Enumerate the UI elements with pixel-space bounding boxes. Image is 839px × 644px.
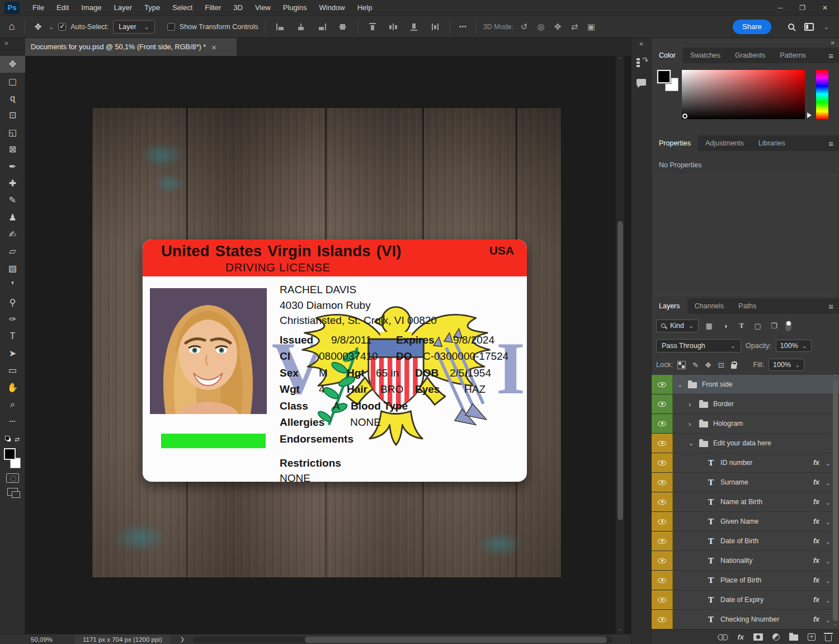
visibility-toggle[interactable] [652,414,673,433]
layer-name[interactable]: Given Name [720,518,758,525]
layer-row[interactable]: T Front side fx [652,375,839,394]
expand-caret[interactable] [677,381,683,388]
panel-tab[interactable]: Gradients [728,48,772,63]
3d-pan-icon[interactable] [552,21,564,33]
expand-caret[interactable] [689,420,694,428]
tab-close-icon[interactable] [211,43,216,52]
history-icon[interactable] [636,58,647,68]
lock-transparency-icon[interactable] [677,361,686,369]
panel-tab[interactable]: Layers [652,298,687,314]
hand-tool[interactable]: ✋ [0,379,25,396]
color-panel-swatches[interactable] [657,70,680,92]
layer-name[interactable]: Date of Birth [720,537,758,545]
document-tab[interactable]: Documents for you.psd @ 50,1% (Front sid… [25,38,237,56]
license-card[interactable]: V I [143,239,527,482]
menu-item[interactable]: 3D [227,0,249,16]
move-tool[interactable]: ✥ [0,56,25,73]
document-dimensions[interactable]: 1171 px x 704 px (1200 ppi) [75,634,170,644]
layer-mask-icon[interactable] [753,633,763,641]
panel-menu-icon[interactable] [828,302,833,311]
visibility-toggle[interactable] [652,375,673,394]
visibility-toggle[interactable] [652,434,673,453]
link-layers-icon[interactable] [718,634,728,640]
layer-name[interactable]: Name at Birth [720,498,762,506]
layer-fx[interactable]: fx [813,537,819,545]
layer-fx[interactable]: fx [813,459,819,467]
clone-stamp-tool[interactable]: ♟ [0,209,25,226]
menu-item[interactable]: Select [166,0,199,16]
blend-mode-dropdown[interactable]: Pass Through [656,339,741,352]
home-icon[interactable] [6,21,18,33]
tool-preset-chevron-icon[interactable] [49,22,54,31]
fx-collapse-icon[interactable] [826,576,831,585]
workspace-icon[interactable] [804,23,814,31]
panel-menu-icon[interactable] [828,51,833,60]
layer-row[interactable]: T Name at Birth fx [652,492,839,512]
zoom-level[interactable]: 50,09% [31,636,53,643]
layer-name[interactable]: Edit your data here [713,439,771,447]
visibility-toggle[interactable] [652,571,673,590]
layer-row[interactable]: T Hologram fx [652,414,839,434]
menu-item[interactable]: Type [138,0,166,16]
filter-adjustment-layers-icon[interactable] [719,322,731,330]
menu-item[interactable]: Edit [50,0,75,16]
visibility-toggle[interactable] [652,590,673,609]
panel-tab[interactable]: Adjustments [698,135,751,151]
distribute-vertical-icon[interactable] [430,22,440,31]
layer-fx[interactable]: fx [813,518,819,525]
frame-tool[interactable]: ⊠ [0,141,25,158]
align-right-icon[interactable] [317,22,327,31]
visibility-toggle[interactable] [652,394,673,413]
quick-mask-icon[interactable] [6,473,19,483]
layer-fx[interactable]: fx [813,596,819,604]
blur-tool[interactable]: ❜ [0,277,25,294]
layer-fx[interactable]: fx [813,615,819,623]
menu-item[interactable]: Window [313,0,351,16]
workspace-chevron-icon[interactable] [824,22,829,31]
layer-row[interactable]: T Checking Nnumber fx [652,610,839,629]
scroll-up-icon[interactable]: ⌃ [833,374,837,379]
lock-pixels-icon[interactable] [692,361,699,369]
lasso-tool[interactable]: ɋ [0,90,25,107]
fx-collapse-icon[interactable] [826,498,831,506]
layer-name[interactable]: Place of Birth [720,576,761,584]
panel-tab[interactable]: Channels [687,298,732,314]
rectangle-tool[interactable]: ▭ [0,362,25,379]
layer-name[interactable]: Date of Expiry [720,596,763,604]
more-tools[interactable]: ••• [0,413,25,430]
rectangular-marquee-tool[interactable]: ▢ [0,73,25,90]
menu-item[interactable]: View [249,0,277,16]
menu-item[interactable]: Image [75,0,107,16]
filter-shape-layers-icon[interactable] [752,322,763,330]
layer-row[interactable]: T Nationality fx [652,551,839,571]
horizontal-scrollbar[interactable] [193,637,612,643]
layer-name[interactable]: Front side [702,380,733,388]
layer-row[interactable]: T Date of Birth fx [652,532,839,551]
vertical-scrollbar-thumb[interactable] [618,221,623,520]
layer-fx[interactable]: fx [813,576,819,584]
more-options-icon[interactable]: ••• [457,21,469,33]
visibility-toggle[interactable] [652,492,673,511]
layer-fx[interactable]: fx [813,498,819,506]
visibility-toggle[interactable] [652,610,673,629]
3d-orbit-icon[interactable] [518,21,530,33]
delete-layer-icon[interactable] [825,635,832,641]
layer-row[interactable]: T Border fx [652,394,839,414]
filter-pixel-layers-icon[interactable] [703,322,715,330]
fx-collapse-icon[interactable] [826,557,831,565]
new-group-icon[interactable] [789,634,798,641]
screen-mode-icon[interactable] [7,488,18,496]
menu-item[interactable]: Help [351,0,379,16]
hue-slider[interactable] [816,70,828,119]
document-image[interactable]: V I [92,108,561,577]
layer-style-icon[interactable] [737,633,744,641]
fx-collapse-icon[interactable] [826,478,831,487]
menu-item[interactable]: Layer [108,0,139,16]
dock-collapse-icon[interactable] [639,39,643,48]
brush-tool[interactable]: ✎ [0,192,25,209]
panel-tab[interactable]: Libraries [751,135,793,151]
fill-input[interactable]: 100% [769,359,804,371]
layer-row[interactable]: T Place of Birth fx [652,571,839,590]
filter-type-layers-icon[interactable] [736,321,747,330]
filter-toggle[interactable] [785,321,791,331]
